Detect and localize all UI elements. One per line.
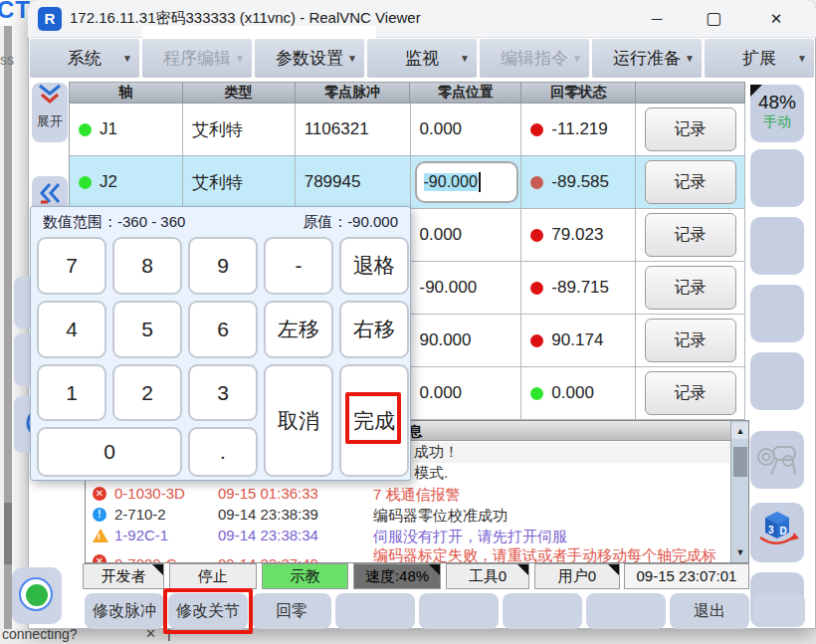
- speed-selector[interactable]: 速度:48%: [353, 563, 441, 589]
- home-button[interactable]: 回零: [252, 593, 331, 629]
- home-status-dot: [530, 387, 543, 400]
- chevron-down-icon: ▼: [460, 39, 470, 78]
- run-state-indicator[interactable]: 停止: [169, 563, 257, 589]
- bottom-button-blank-5[interactable]: [753, 593, 805, 627]
- axis-label: J2: [100, 172, 117, 192]
- user-frame-selector[interactable]: 用户0: [534, 563, 620, 589]
- joystick-button[interactable]: [750, 431, 804, 489]
- record-button[interactable]: 记录: [645, 213, 736, 257]
- home-status-dot: [530, 282, 543, 295]
- expand-button[interactable]: 展开: [32, 83, 68, 142]
- menu-parameter-settings[interactable]: 参数设置▼: [255, 39, 364, 78]
- enable-indicator-button[interactable]: [12, 567, 62, 624]
- menu-program-edit[interactable]: 程序编辑▼: [142, 39, 252, 78]
- key-cancel[interactable]: 取消: [264, 364, 333, 477]
- side-button-blank-1[interactable]: [750, 149, 804, 207]
- scroll-down-icon[interactable]: ▼: [731, 544, 749, 560]
- home-status-dot: [530, 229, 543, 242]
- table-row-j2[interactable]: J2 艾利特 789945 -90.000 -89.585 记录: [70, 156, 745, 209]
- key-7[interactable]: 7: [37, 237, 106, 295]
- scroll-up-icon[interactable]: ▲: [731, 423, 749, 439]
- key-9[interactable]: 9: [188, 237, 258, 295]
- menu-edit-instruction[interactable]: 编辑指令▼: [480, 39, 589, 78]
- menu-monitor[interactable]: 监视▼: [367, 39, 477, 78]
- bottom-button-blank-4[interactable]: [586, 593, 666, 629]
- key-move-right[interactable]: 右移: [339, 301, 409, 358]
- key-dot[interactable]: .: [188, 427, 258, 477]
- background-taskbar: [0, 629, 816, 644]
- home-status-value: -89.715: [551, 278, 609, 298]
- chevron-down-icon: ▼: [235, 39, 245, 78]
- datetime-display: 09-15 23:07:01: [624, 563, 749, 589]
- chevron-down-icon: ▼: [572, 39, 582, 78]
- teach-mode-indicator[interactable]: 示教: [262, 563, 348, 589]
- key-6[interactable]: 6: [188, 301, 258, 358]
- menu-extend[interactable]: 扩展▼: [705, 39, 814, 78]
- side-button-blank-2[interactable]: [750, 217, 804, 275]
- key-8[interactable]: 8: [112, 237, 182, 295]
- exit-button[interactable]: 退出: [670, 593, 749, 629]
- zero-pulse-value: 789945: [296, 156, 411, 209]
- key-0[interactable]: 0: [37, 427, 182, 477]
- error-icon: ✕: [93, 554, 106, 563]
- error-icon: ✕: [93, 487, 106, 501]
- zero-position-value[interactable]: 0.000: [411, 104, 522, 156]
- record-button[interactable]: 记录: [645, 160, 736, 204]
- home-status-value: 0.000: [551, 383, 594, 403]
- record-button[interactable]: 记录: [645, 107, 736, 151]
- maximize-button[interactable]: ▢: [694, 6, 733, 32]
- key-backspace[interactable]: 退格: [339, 237, 409, 295]
- home-status-value: -11.219: [551, 119, 607, 139]
- view-3d-button[interactable]: 3 D: [750, 503, 804, 562]
- record-button[interactable]: 记录: [645, 319, 736, 362]
- key-4[interactable]: 4: [37, 301, 106, 358]
- key-3[interactable]: 3: [188, 364, 258, 421]
- home-status-value: 90.174: [551, 330, 603, 350]
- cube-3d-icon: 3 D: [755, 543, 799, 560]
- menu-bar: 系统▼ 程序编辑▼ 参数设置▼ 监视▼ 编辑指令▼ 运行准备▼ 扩展▼: [30, 39, 814, 78]
- header-home-status: 回零状态: [521, 83, 636, 104]
- key-minus[interactable]: -: [264, 237, 333, 295]
- close-button[interactable]: ✕: [756, 6, 796, 32]
- header-action: [636, 83, 745, 104]
- modify-pulse-button[interactable]: 修改脉冲: [85, 593, 164, 629]
- key-2[interactable]: 2: [112, 364, 182, 421]
- key-1[interactable]: 1: [37, 364, 106, 421]
- zero-position-value[interactable]: 0.000: [411, 209, 522, 262]
- key-move-left[interactable]: 左移: [264, 301, 333, 358]
- bottom-button-blank-2[interactable]: [419, 593, 499, 629]
- minimize-button[interactable]: ─: [637, 6, 677, 32]
- home-status-dot: [530, 334, 543, 347]
- user-level-selector[interactable]: 开发者: [83, 563, 164, 589]
- realvnc-logo-icon: R: [38, 7, 62, 31]
- bottom-button-blank-1[interactable]: [335, 593, 415, 629]
- info-icon: !: [93, 508, 106, 522]
- side-button-blank-3[interactable]: [750, 285, 804, 342]
- zero-position-value[interactable]: -90.000: [411, 262, 522, 315]
- record-button[interactable]: 记录: [645, 371, 736, 415]
- scroll-thumb[interactable]: [733, 447, 747, 477]
- original-value-label: 原值：-90.000: [303, 213, 398, 232]
- double-chevron-down-icon: [36, 93, 64, 109]
- side-button-blank-4[interactable]: [750, 352, 804, 410]
- header-zero-pulse: 零点脉冲: [296, 83, 411, 104]
- annotation-modify-joint-highlight: [163, 588, 253, 634]
- home-status-value: -89.585: [551, 172, 609, 192]
- menu-run-prepare[interactable]: 运行准备▼: [592, 39, 702, 78]
- zero-position-value[interactable]: 90.000: [411, 315, 522, 367]
- zero-position-value[interactable]: 0.000: [411, 367, 522, 420]
- record-button[interactable]: 记录: [645, 266, 736, 310]
- key-5[interactable]: 5: [112, 301, 182, 358]
- screen: CT ss 16 connecting? ✕ | R 172.16.11.31密…: [0, 0, 816, 644]
- text-cursor: [479, 172, 481, 192]
- table-row-j1[interactable]: J1 艾利特 1106321 0.000 -11.219 记录: [70, 104, 745, 156]
- tool-selector[interactable]: 工具0: [446, 563, 529, 589]
- menu-system[interactable]: 系统▼: [30, 39, 139, 78]
- speed-mode-button[interactable]: 48% 手动: [750, 85, 804, 142]
- log-row: ! 1-92C-1 09-14 23:38:34 伺服没有打开，请先打开伺服: [86, 526, 730, 546]
- bottom-button-blank-3[interactable]: [503, 593, 582, 629]
- svg-text:3: 3: [768, 525, 774, 536]
- zero-position-input[interactable]: -90.000: [415, 161, 518, 203]
- info-scrollbar[interactable]: ▲ ▼: [730, 421, 748, 562]
- annotation-confirm-highlight: [345, 392, 401, 444]
